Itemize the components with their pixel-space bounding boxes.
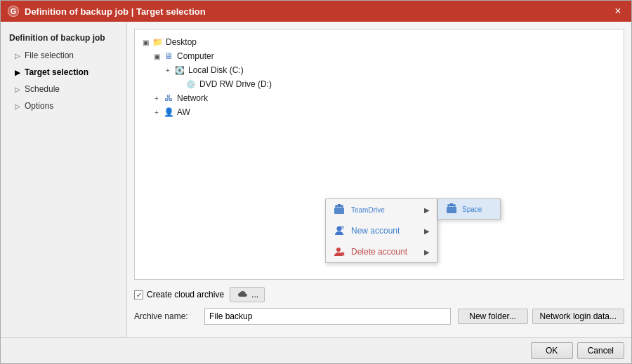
context-menu-item-new-account[interactable]: + New account ▶	[326, 220, 437, 241]
sidebar-item-file-selection[interactable]: ▷ File selection	[1, 47, 126, 64]
sidebar-item-target-selection[interactable]: ▶ Target selection	[1, 64, 126, 81]
sidebar-label-file-selection: File selection	[25, 50, 74, 60]
cancel-button[interactable]: Cancel	[577, 342, 624, 359]
new-account-icon: +	[333, 224, 345, 237]
dialog-body: Definition of backup job ▷ File selectio…	[1, 22, 631, 337]
svg-point-3	[341, 205, 343, 208]
bottom-section: ✓ Create cloud archive ... Archive name:	[134, 287, 624, 330]
sidebar-arrow-schedule: ▷	[15, 86, 20, 93]
cloud-icon	[236, 290, 249, 299]
computer-icon: 🖥	[163, 50, 174, 62]
new-account-item-left: + New account	[333, 224, 400, 237]
cloud-row: ✓ Create cloud archive ...	[134, 287, 624, 302]
dialog-title: Definition of backup job | Target select…	[25, 6, 206, 17]
expander-computer: ▣	[152, 53, 162, 60]
tree-label-aw: AW	[177, 107, 190, 117]
new-account-arrow: ▶	[424, 227, 430, 235]
sidebar-arrow-target-selection: ▶	[15, 69, 20, 76]
tree-node-computer[interactable]: ▣ 🖥 Computer	[152, 49, 618, 63]
svg-point-5	[447, 204, 450, 207]
expander-desktop: ▣	[140, 39, 150, 46]
tree-label-computer: Computer	[177, 51, 214, 61]
title-bar-left: G Definition of backup job | Target sele…	[8, 6, 206, 17]
sidebar-label-options: Options	[25, 101, 53, 111]
archive-actions: New folder... Network login data...	[458, 309, 624, 324]
tree-node-desktop[interactable]: ▣ 📁 Desktop	[140, 35, 618, 49]
main-area: ▣ 📁 Desktop ▣ 🖥 Computer + 💽 Local Disk …	[127, 22, 631, 337]
tree-label-desktop: Desktop	[166, 37, 197, 47]
svg-text:+: +	[342, 226, 344, 230]
sidebar-label-target-selection: Target selection	[25, 67, 88, 77]
sidebar-arrow-file-selection: ▷	[15, 52, 20, 60]
main-dialog: G Definition of backup job | Target sele…	[0, 0, 632, 364]
cloud-archive-checkbox[interactable]: ✓	[134, 290, 143, 299]
expander-local-disk: +	[163, 67, 173, 74]
svg-point-2	[338, 204, 341, 208]
dialog-footer: OK Cancel	[1, 337, 631, 363]
sidebar-arrow-options: ▷	[15, 102, 20, 110]
cloud-archive-checkbox-label[interactable]: ✓ Create cloud archive	[134, 290, 224, 299]
submenu-teamdrive: Space	[437, 198, 501, 220]
tree-node-network[interactable]: + 🖧 Network	[152, 91, 618, 105]
expander-aw: +	[152, 109, 162, 116]
svg-rect-4	[447, 207, 456, 213]
archive-name-input[interactable]	[204, 308, 451, 325]
context-menu-item-delete-account[interactable]: Delete account ▶	[326, 241, 437, 262]
space-label: Space	[462, 205, 482, 213]
archive-name-label: Archive name:	[134, 311, 197, 321]
teamdrive-arrow: ▶	[424, 206, 430, 214]
aw-icon: 👤	[163, 107, 174, 118]
network-icon: 🖧	[163, 93, 174, 104]
tree-node-local-disk[interactable]: + 💽 Local Disk (C:)	[163, 63, 618, 77]
teamdrive-item-left: TeamDrive	[333, 203, 385, 216]
disk-icon-c: 💽	[174, 65, 185, 76]
new-folder-button[interactable]: New folder...	[458, 309, 528, 324]
new-account-label: New account	[351, 226, 400, 236]
space-icon	[445, 203, 458, 215]
expander-dvd-rw	[174, 81, 184, 88]
context-menu: TeamDrive ▶	[325, 198, 437, 263]
ok-button[interactable]: OK	[531, 342, 573, 359]
tree-label-dvd-rw: DVD RW Drive (D:)	[199, 79, 272, 89]
tree-label-local-disk: Local Disk (C:)	[188, 65, 244, 75]
teamdrive-label: TeamDrive	[351, 206, 385, 214]
svg-rect-0	[334, 208, 344, 214]
network-login-button[interactable]: Network login data...	[532, 309, 624, 324]
svg-point-6	[450, 203, 454, 207]
sidebar-label-schedule: Schedule	[25, 84, 60, 94]
sidebar-item-options[interactable]: ▷ Options	[1, 97, 126, 114]
cloud-dropdown-button[interactable]: ...	[230, 287, 265, 302]
cloud-dropdown-text: ...	[251, 290, 258, 299]
delete-account-item-left: Delete account	[333, 245, 407, 258]
teamdrive-icon	[333, 203, 345, 216]
cloud-archive-label: Create cloud archive	[147, 290, 224, 299]
delete-account-label: Delete account	[351, 247, 407, 257]
tree-label-network: Network	[177, 93, 208, 103]
close-button[interactable]: ×	[612, 5, 624, 18]
sidebar: Definition of backup job ▷ File selectio…	[1, 22, 127, 337]
title-bar: G Definition of backup job | Target sele…	[1, 1, 631, 22]
disk-icon-d: 💿	[185, 79, 197, 90]
sidebar-item-schedule[interactable]: ▷ Schedule	[1, 81, 126, 97]
app-logo: G	[8, 6, 19, 17]
archive-row: Archive name: New folder... Network logi…	[134, 308, 624, 325]
svg-point-7	[453, 204, 456, 207]
folder-icon-desktop: 📁	[152, 36, 163, 48]
delete-account-icon	[333, 245, 345, 258]
submenu-item-space[interactable]: Space	[438, 199, 500, 219]
expander-network: +	[152, 95, 162, 102]
context-menu-item-teamdrive[interactable]: TeamDrive ▶	[326, 199, 437, 220]
svg-point-11	[336, 248, 341, 252]
tree-node-aw[interactable]: + 👤 AW	[152, 105, 618, 119]
tree-node-dvd-rw[interactable]: 💿 DVD RW Drive (D:)	[174, 77, 618, 91]
svg-point-1	[335, 205, 338, 208]
delete-account-arrow: ▶	[424, 248, 430, 256]
sidebar-section-title: Definition of backup job	[1, 29, 126, 47]
